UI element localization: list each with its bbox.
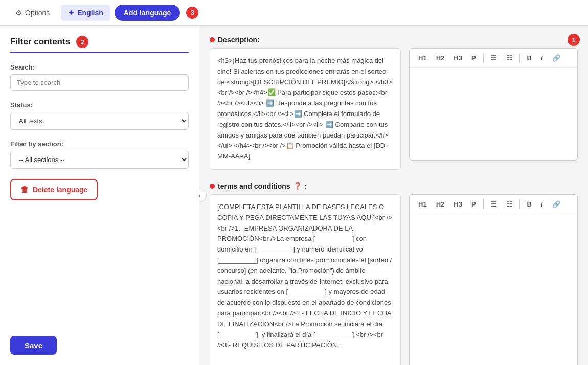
- add-language-label: Add language: [124, 9, 171, 17]
- trash-icon: 🗑: [20, 185, 29, 194]
- english-tab[interactable]: ✦ English: [61, 5, 110, 21]
- terms-ol-button[interactable]: ☷: [503, 199, 516, 210]
- content-area: 1 Description: <h3>¡Haz tus pronósticos …: [199, 26, 588, 365]
- options-tab[interactable]: ⚙ Options: [8, 5, 57, 21]
- section-select[interactable]: -- All sections -- Description Terms and…: [10, 151, 189, 169]
- terms-h3-button[interactable]: H3: [450, 199, 466, 210]
- terms-editor-body[interactable]: [410, 214, 577, 365]
- ol-button[interactable]: ☷: [503, 53, 516, 63]
- h1-button[interactable]: H1: [415, 53, 431, 63]
- p-button[interactable]: P: [468, 53, 480, 63]
- terms-h1-button[interactable]: H1: [415, 199, 431, 210]
- toolbar-sep-2: [519, 54, 520, 63]
- description-section: Description: <h3>¡Haz tus pronósticos pa…: [210, 36, 578, 170]
- ul-button[interactable]: ☰: [487, 53, 501, 63]
- terms-toolbar-sep-2: [519, 199, 520, 209]
- bold-button[interactable]: B: [524, 53, 535, 63]
- sidebar: Filter contents 2 Search: Status: All te…: [0, 26, 199, 365]
- terms-label: terms and conditions: [218, 182, 290, 190]
- description-editor: H1 H2 H3 P ☰ ☷ B I 🔗: [409, 48, 578, 170]
- badge-1: 1: [568, 34, 580, 46]
- search-label: Search:: [10, 63, 189, 71]
- terms-ul-button[interactable]: ☰: [487, 199, 501, 210]
- terms-link-button[interactable]: 🔗: [549, 199, 564, 210]
- h2-button[interactable]: H2: [433, 53, 448, 63]
- terms-section: terms and conditions ❓ : [COMPLETA ESTA …: [210, 182, 578, 365]
- terms-text-content: [COMPLETA ESTA PLANTILLA DE BASES LEGALE…: [217, 202, 393, 351]
- terms-bold-button[interactable]: B: [524, 199, 535, 210]
- italic-button[interactable]: I: [537, 53, 547, 63]
- search-input[interactable]: [10, 74, 189, 91]
- terms-toolbar: H1 H2 H3 P ☰ ☷ B I 🔗: [410, 195, 577, 214]
- badge-3: 3: [186, 7, 198, 19]
- delete-language-label: Delete language: [33, 186, 87, 194]
- add-language-button[interactable]: Add language: [115, 5, 180, 21]
- gear-icon: ⚙: [15, 9, 22, 17]
- delete-language-button[interactable]: 🗑 Delete language: [10, 179, 98, 200]
- description-text-content: <h3>¡Haz tus pronósticos para la noche m…: [217, 56, 393, 162]
- save-button[interactable]: Save: [10, 336, 57, 355]
- status-label: Status:: [10, 101, 189, 109]
- status-filter-row: Status: All texts Translated Untranslate…: [10, 101, 189, 130]
- status-select[interactable]: All texts Translated Untranslated: [10, 112, 189, 130]
- description-label: Description:: [218, 36, 260, 44]
- h3-button[interactable]: H3: [450, 53, 466, 63]
- terms-h2-button[interactable]: H2: [433, 199, 448, 210]
- filter-contents-label: Filter contents: [10, 37, 70, 47]
- description-toolbar: H1 H2 H3 P ☰ ☷ B I 🔗: [410, 49, 577, 68]
- search-filter-row: Search:: [10, 63, 189, 91]
- save-label: Save: [25, 341, 42, 350]
- badge-1-container: 1: [566, 34, 580, 46]
- description-editor-body[interactable]: [410, 68, 577, 160]
- terms-toolbar-sep-1: [483, 199, 484, 209]
- terms-dot: [210, 184, 215, 189]
- terms-text-panel: [COMPLETA ESTA PLANTILLA DE BASES LEGALE…: [210, 194, 401, 365]
- sidebar-badge-2: 2: [76, 36, 88, 48]
- filter-section-label: Filter by section:: [10, 140, 189, 148]
- terms-colon: :: [305, 182, 307, 190]
- top-navigation: ⚙ Options ✦ English Add language 3: [0, 0, 588, 26]
- terms-content-row: [COMPLETA ESTA PLANTILLA DE BASES LEGALE…: [210, 194, 578, 365]
- terms-editor: H1 H2 H3 P ☰ ☷ B I 🔗: [409, 194, 578, 365]
- description-text-panel: <h3>¡Haz tus pronósticos para la noche m…: [210, 48, 401, 170]
- link-button[interactable]: 🔗: [549, 53, 564, 63]
- filter-contents-title: Filter contents 2: [10, 36, 189, 53]
- toolbar-sep-1: [483, 54, 484, 63]
- main-layout: Filter contents 2 Search: Status: All te…: [0, 26, 588, 365]
- description-content-row: <h3>¡Haz tus pronósticos para la noche m…: [210, 48, 578, 170]
- description-label-row: Description:: [210, 36, 578, 44]
- description-dot: [210, 37, 215, 42]
- sidebar-bottom: Save: [10, 331, 189, 355]
- terms-p-button[interactable]: P: [468, 199, 480, 210]
- nav-arrow-button[interactable]: ›: [199, 188, 207, 202]
- options-tab-label: Options: [25, 9, 50, 17]
- translate-icon: ✦: [68, 9, 74, 17]
- english-tab-label: English: [77, 9, 103, 17]
- terms-label-row: terms and conditions ❓ :: [210, 182, 578, 190]
- section-filter-row: Filter by section: -- All sections -- De…: [10, 140, 189, 169]
- terms-italic-button[interactable]: I: [537, 199, 547, 210]
- help-icon[interactable]: ❓: [293, 182, 302, 190]
